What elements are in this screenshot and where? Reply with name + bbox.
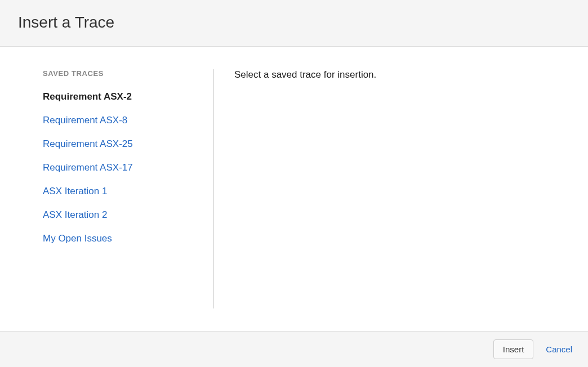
dialog-body: SAVED TRACES Requirement ASX-2 Requireme… bbox=[0, 47, 588, 331]
trace-item-label: ASX Iteration 2 bbox=[43, 209, 107, 220]
trace-item-my-open-issues[interactable]: My Open Issues bbox=[43, 233, 214, 244]
trace-list: Requirement ASX-2 Requirement ASX-8 Requ… bbox=[43, 91, 214, 244]
dialog-footer: Insert Cancel bbox=[0, 331, 588, 367]
trace-item-requirement-asx-17[interactable]: Requirement ASX-17 bbox=[43, 162, 214, 173]
trace-item-label: Requirement ASX-2 bbox=[43, 91, 132, 102]
main-panel: Select a saved trace for insertion. bbox=[214, 47, 588, 331]
trace-item-label: Requirement ASX-8 bbox=[43, 115, 127, 126]
sidebar-heading: SAVED TRACES bbox=[43, 69, 214, 78]
trace-item-requirement-asx-8[interactable]: Requirement ASX-8 bbox=[43, 115, 214, 126]
insert-button[interactable]: Insert bbox=[493, 339, 534, 359]
sidebar-saved-traces: SAVED TRACES Requirement ASX-2 Requireme… bbox=[0, 47, 214, 331]
main-prompt: Select a saved trace for insertion. bbox=[234, 69, 568, 80]
trace-item-asx-iteration-1[interactable]: ASX Iteration 1 bbox=[43, 186, 214, 197]
dialog-header: Insert a Trace bbox=[0, 0, 588, 47]
dialog-title: Insert a Trace bbox=[18, 14, 570, 32]
trace-item-asx-iteration-2[interactable]: ASX Iteration 2 bbox=[43, 209, 214, 221]
cancel-button[interactable]: Cancel bbox=[544, 340, 574, 359]
trace-item-requirement-asx-2[interactable]: Requirement ASX-2 bbox=[43, 91, 214, 102]
trace-item-label: Requirement ASX-25 bbox=[43, 138, 133, 149]
trace-item-label: ASX Iteration 1 bbox=[43, 186, 107, 196]
trace-item-label: Requirement ASX-17 bbox=[43, 162, 133, 173]
trace-item-requirement-asx-25[interactable]: Requirement ASX-25 bbox=[43, 138, 214, 150]
trace-item-label: My Open Issues bbox=[43, 233, 112, 244]
